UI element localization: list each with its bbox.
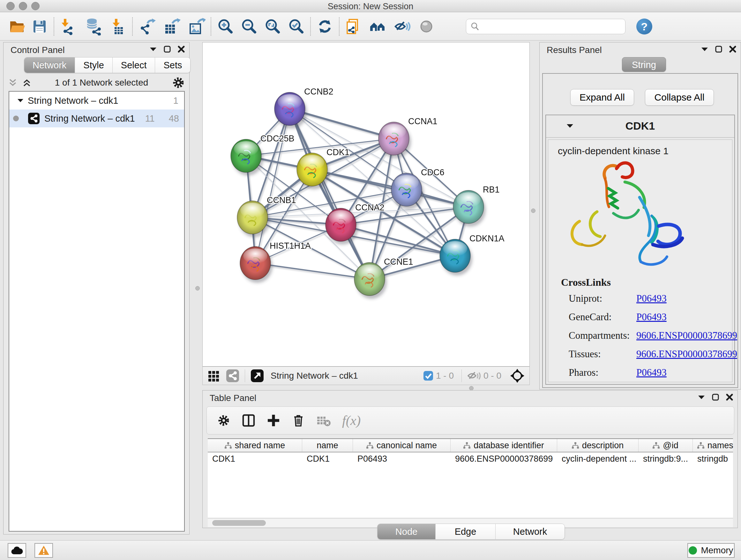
show-all-icon[interactable] (417, 17, 435, 36)
gene-section-header[interactable]: CDK1 (546, 115, 734, 138)
network-view-canvas[interactable]: CCNB2CCNA1CDC25BCDK1CDC6RB1CCNB1CCNA2CDK… (202, 42, 530, 367)
panel-menu-icon[interactable] (150, 47, 157, 51)
birds-eye-view-icon[interactable] (226, 369, 240, 383)
tab-edge-table[interactable]: Edge Table (435, 524, 495, 539)
panel-menu-icon[interactable] (701, 47, 708, 51)
node-label-CCNE1: CCNE1 (384, 257, 413, 266)
tab-select[interactable]: Select (113, 57, 155, 73)
gear-icon[interactable] (172, 76, 185, 90)
function-builder-icon[interactable]: f(x) (342, 413, 360, 428)
tab-node-table[interactable]: Node Table (378, 524, 435, 539)
table-cell[interactable]: stringdb (693, 454, 733, 464)
network-row[interactable]: String Network – cdk1 11 48 (9, 110, 184, 127)
selected-checkbox-icon[interactable] (423, 371, 433, 381)
column-header-name[interactable]: name (302, 439, 353, 452)
panel-close-icon[interactable] (726, 394, 733, 401)
tab-sets[interactable]: Sets (155, 57, 190, 73)
table-row[interactable]: CDK1CDK1P064939606.ENSP00000378699cyclin… (208, 452, 733, 465)
zoom-out-icon[interactable] (240, 17, 258, 36)
network-selection-status: 1 of 1 Network selected (31, 78, 172, 88)
panel-float-icon[interactable] (715, 46, 722, 53)
import-table-file-icon[interactable] (109, 17, 127, 36)
delete-table-icon[interactable] (316, 414, 332, 427)
hide-selected-icon[interactable] (393, 17, 411, 36)
right-splitter-handle[interactable] (531, 208, 536, 213)
scrollbar-thumb[interactable] (212, 520, 266, 526)
table-gear-icon[interactable] (216, 413, 231, 428)
tab-network[interactable]: Network (24, 57, 75, 73)
warning-status-button[interactable] (35, 543, 53, 558)
tab-network-table[interactable]: Network Table (495, 524, 564, 539)
network-node-CDKN1A[interactable]: CDKN1A (440, 234, 504, 275)
panel-close-icon[interactable] (729, 46, 736, 53)
results-tab-string[interactable]: String (622, 57, 666, 72)
reset-view-crosshair-icon[interactable] (510, 368, 525, 383)
crosslink-link[interactable]: P06493 (636, 367, 667, 378)
network-node-CDC25B[interactable]: CDC25B (231, 134, 294, 176)
export-table-icon[interactable] (163, 17, 181, 36)
network-edge-CDK1-RB1[interactable] (312, 170, 468, 207)
node-label-CDK1: CDK1 (327, 147, 349, 157)
collection-expander-icon[interactable] (17, 99, 23, 103)
column-header-namespace[interactable]: namespace (693, 439, 733, 452)
network-node-CCNB2[interactable]: CCNB2 (274, 87, 333, 129)
table-cell[interactable]: cyclin-dependent ... (557, 454, 638, 464)
open-in-new-window-icon[interactable] (250, 369, 264, 383)
column-header-canonical-name[interactable]: canonical name (353, 439, 451, 452)
tab-style[interactable]: Style (75, 57, 112, 73)
crosslink-link[interactable]: 9606.ENSP00000378699 (636, 348, 737, 360)
column-header-description[interactable]: description (557, 439, 638, 452)
column-header-shared-name[interactable]: shared name (208, 439, 302, 452)
cloud-status-button[interactable] (8, 543, 26, 558)
network-node-HIST1H1A[interactable]: HIST1H1A (240, 241, 311, 283)
network-edge-CCNB2-HIST1H1A[interactable] (255, 109, 290, 263)
table-cell[interactable]: stringdb:9... (638, 454, 693, 464)
left-splitter-handle[interactable] (195, 286, 200, 291)
panel-float-icon[interactable] (164, 46, 171, 53)
save-session-icon[interactable] (30, 17, 49, 36)
duplicate-network-icon[interactable] (345, 17, 362, 36)
export-image-icon[interactable] (188, 17, 205, 36)
panel-close-icon[interactable] (178, 46, 185, 53)
delete-column-icon[interactable] (291, 413, 306, 428)
network-collection-row[interactable]: String Network – cdk1 1 (9, 91, 184, 110)
zoom-fit-icon[interactable] (264, 17, 281, 36)
search-input[interactable] (480, 21, 620, 31)
horizontal-splitter-handle[interactable] (469, 386, 474, 390)
table-cell[interactable]: CDK1 (208, 454, 302, 464)
add-column-icon[interactable] (266, 413, 281, 428)
collapse-all-icon[interactable] (8, 78, 17, 87)
expand-all-icon[interactable] (22, 78, 31, 87)
network-node-CCNB1[interactable]: CCNB1 (237, 195, 296, 237)
import-network-database-icon[interactable] (84, 17, 102, 36)
table-cell[interactable]: CDK1 (302, 454, 353, 464)
network-node-RB1[interactable]: RB1 (453, 185, 500, 227)
grid-mode-icon[interactable] (207, 369, 220, 382)
node-table[interactable]: shared namenamecanonical namedatabase id… (208, 438, 733, 518)
apply-layout-icon[interactable] (316, 17, 334, 36)
import-network-file-icon[interactable] (59, 17, 77, 36)
crosslink-link[interactable]: P06493 (636, 311, 667, 323)
collapse-all-button[interactable]: Collapse All (645, 89, 714, 106)
memory-button[interactable]: Memory (687, 543, 735, 558)
open-session-icon[interactable] (8, 17, 25, 36)
crosslink-link[interactable]: P06493 (636, 293, 667, 304)
help-button[interactable]: ? (636, 18, 652, 35)
column-header-@id[interactable]: @id (638, 439, 693, 452)
zoom-selected-icon[interactable] (287, 17, 305, 36)
table-cell[interactable]: 9606.ENSP00000378699 (451, 454, 557, 464)
export-network-icon[interactable] (138, 17, 156, 36)
column-header-database-identifier[interactable]: database identifier (451, 439, 557, 452)
select-columns-icon[interactable] (241, 413, 256, 428)
panel-float-icon[interactable] (712, 394, 719, 401)
expand-all-button[interactable]: Expand All (570, 89, 634, 106)
crosslink-link[interactable]: 9606.ENSP00000378699 (636, 330, 737, 341)
network-edge-CCNB2-CCNE1[interactable] (290, 109, 369, 279)
table-cell[interactable]: P06493 (353, 454, 451, 464)
zoom-in-icon[interactable] (216, 17, 234, 36)
network-node-CCNE1[interactable]: CCNE1 (354, 257, 413, 299)
network-node-CDC6[interactable]: CDC6 (391, 168, 445, 209)
column-network-icon (697, 442, 704, 449)
panel-menu-icon[interactable] (698, 395, 705, 399)
first-neighbors-icon[interactable] (369, 17, 387, 36)
